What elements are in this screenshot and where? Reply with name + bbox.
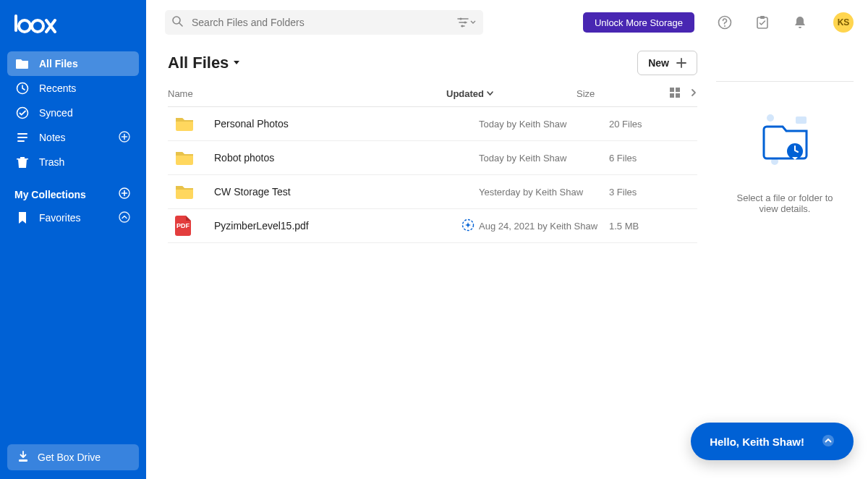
col-name-header[interactable]: Name xyxy=(168,88,446,99)
new-label: New xyxy=(648,57,669,69)
page-title-text: All Files xyxy=(168,54,229,72)
svg-rect-21 xyxy=(676,93,680,98)
file-size: 6 Files xyxy=(609,153,696,164)
svg-point-23 xyxy=(767,114,774,122)
svg-point-13 xyxy=(461,25,464,27)
file-updated: Today by Keith Shaw xyxy=(479,153,609,164)
sort-desc-icon xyxy=(487,91,493,96)
nav-label: Synced xyxy=(39,107,130,119)
check-circle-icon xyxy=(16,106,29,119)
filter-icon[interactable] xyxy=(457,17,476,27)
svg-rect-8 xyxy=(19,459,27,462)
col-updated-header[interactable]: Updated xyxy=(446,88,576,99)
svg-point-12 xyxy=(464,22,467,24)
tasks-icon[interactable] xyxy=(755,15,770,30)
plus-icon[interactable] xyxy=(119,131,130,145)
svg-line-10 xyxy=(179,23,182,26)
svg-rect-20 xyxy=(670,93,674,98)
ai-action-icon[interactable] xyxy=(461,219,475,234)
svg-point-1 xyxy=(19,20,30,32)
file-name: PyzimberLevel15.pdf xyxy=(201,220,451,232)
file-name: Robot photos xyxy=(201,152,451,164)
file-size: 20 Files xyxy=(609,119,696,130)
svg-point-7 xyxy=(119,212,129,222)
help-icon[interactable] xyxy=(718,15,732,30)
file-size: 1.5 MB xyxy=(609,221,696,232)
nav-notes[interactable]: Notes xyxy=(7,125,139,150)
plus-icon[interactable] xyxy=(119,187,130,201)
nav-recents[interactable]: Recents xyxy=(7,76,139,101)
nav-label: Recents xyxy=(39,82,130,94)
trash-icon xyxy=(16,156,29,169)
bell-icon[interactable] xyxy=(793,15,807,30)
get-box-drive-button[interactable]: Get Box Drive xyxy=(7,444,139,470)
nav-label: All Files xyxy=(39,58,130,69)
svg-point-4 xyxy=(17,108,28,119)
col-size-header[interactable]: Size xyxy=(576,88,663,99)
topbar: Unlock More Storage KS xyxy=(146,0,868,45)
greeting-text: Hello, Keith Shaw! xyxy=(710,436,804,448)
file-updated: Yesterday by Keith Shaw xyxy=(479,187,609,198)
details-pane: Select a file or folder to view details. xyxy=(716,81,854,479)
nav-label: Notes xyxy=(39,132,109,143)
notes-icon xyxy=(16,131,29,144)
file-updated: Today by Keith Shaw xyxy=(479,119,609,130)
svg-rect-19 xyxy=(676,88,680,92)
file-name: Personal Photos xyxy=(201,118,451,130)
svg-point-2 xyxy=(32,20,43,32)
avatar[interactable]: KS xyxy=(833,12,854,33)
main: Unlock More Storage KS All Files New xyxy=(146,0,868,479)
chevron-up-icon xyxy=(822,434,835,449)
box-logo[interactable] xyxy=(14,12,139,37)
unlock-storage-button[interactable]: Unlock More Storage xyxy=(583,12,694,33)
caret-down-icon xyxy=(233,60,240,66)
bookmark-icon xyxy=(16,211,29,224)
folder-icon xyxy=(175,150,194,166)
clock-icon xyxy=(16,82,29,95)
nav-all-files[interactable]: All Files xyxy=(7,51,139,76)
svg-rect-18 xyxy=(670,88,674,92)
svg-point-11 xyxy=(460,18,462,20)
svg-rect-25 xyxy=(796,116,807,124)
file-row[interactable]: CW Storage Test Yesterday by Keith Shaw … xyxy=(168,175,697,209)
svg-rect-0 xyxy=(14,14,17,32)
file-row[interactable]: Robot photos Today by Keith Shaw 6 Files xyxy=(168,141,697,175)
details-illustration xyxy=(756,111,814,171)
file-name: CW Storage Test xyxy=(201,186,451,198)
pdf-icon: PDF xyxy=(175,216,191,236)
file-updated: Aug 24, 2021 by Keith Shaw xyxy=(479,221,609,232)
nav-trash[interactable]: Trash xyxy=(7,150,139,174)
drive-label: Get Box Drive xyxy=(38,452,101,463)
my-collections-header[interactable]: My Collections xyxy=(7,174,139,205)
search-icon xyxy=(172,16,183,29)
folder-icon xyxy=(175,184,194,200)
nav-label: Trash xyxy=(39,156,130,168)
collapse-pane-icon[interactable] xyxy=(690,88,697,100)
details-hint: Select a file or folder to view details. xyxy=(731,192,839,214)
files-pane: All Files New Name Updated Size xyxy=(168,45,697,479)
chevron-up-icon[interactable] xyxy=(119,211,130,225)
svg-point-27 xyxy=(822,435,834,446)
sidebar: All Files Recents Synced Notes Trash My … xyxy=(0,0,146,479)
search-box[interactable] xyxy=(165,10,483,35)
section-header-label: My Collections xyxy=(14,189,86,200)
nav-synced[interactable]: Synced xyxy=(7,101,139,125)
grid-view-icon[interactable] xyxy=(670,88,680,100)
greeting-bubble[interactable]: Hello, Keith Shaw! xyxy=(691,423,854,460)
col-updated-label: Updated xyxy=(446,88,484,99)
column-headers: Name Updated Size xyxy=(168,81,697,107)
plus-icon xyxy=(676,58,686,68)
file-row[interactable]: Personal Photos Today by Keith Shaw 20 F… xyxy=(168,107,697,141)
page-title[interactable]: All Files xyxy=(168,54,240,72)
folder-icon xyxy=(16,58,29,69)
download-icon xyxy=(17,451,29,465)
file-row[interactable]: PDF PyzimberLevel15.pdf Aug 24, 2021 by … xyxy=(168,209,697,243)
search-input[interactable] xyxy=(190,16,450,29)
svg-point-15 xyxy=(724,25,726,27)
nav-favorites[interactable]: Favorites xyxy=(7,205,139,230)
file-size: 3 Files xyxy=(609,187,696,198)
new-button[interactable]: New xyxy=(637,51,697,75)
folder-icon xyxy=(175,116,194,132)
svg-rect-17 xyxy=(760,16,765,19)
nav-label: Favorites xyxy=(39,212,109,224)
